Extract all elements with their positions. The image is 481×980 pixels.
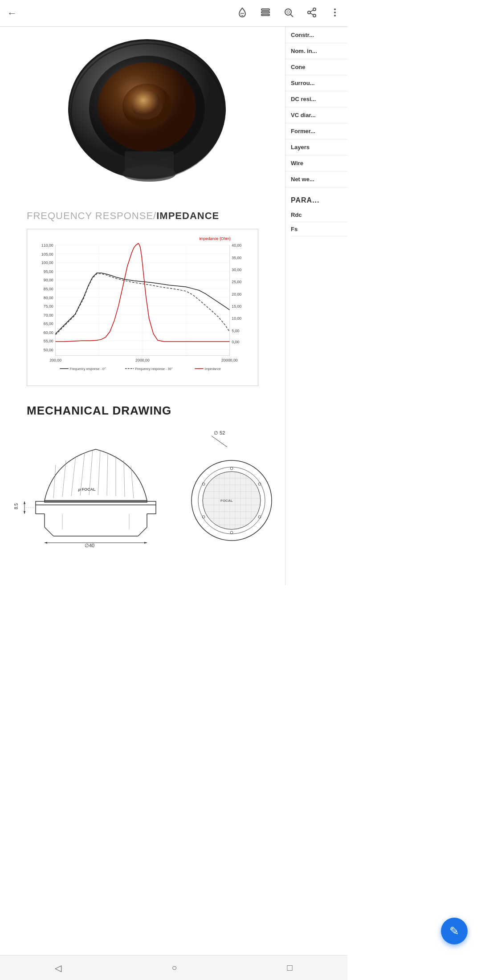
layers-icon[interactable]: [260, 7, 271, 20]
svg-text:Impedance: Impedance: [205, 367, 221, 371]
svg-point-131: [230, 467, 233, 470]
svg-text:70,00: 70,00: [44, 313, 53, 317]
svg-line-110: [212, 436, 227, 447]
right-sidebar: Constr... Nom. in... Cone Surrou... DC r…: [285, 27, 347, 585]
svg-rect-25: [125, 151, 174, 176]
svg-point-16: [334, 15, 336, 16]
speaker-image-section: [0, 27, 285, 196]
svg-rect-5: [261, 14, 269, 16]
svg-point-6: [285, 9, 291, 15]
svg-line-83: [107, 452, 108, 496]
freq-response-section: FREQUENCY RESPONSE/ IMPEDANCE: [0, 196, 285, 229]
svg-text:85,00: 85,00: [44, 287, 53, 291]
speaker-image: [49, 27, 236, 187]
para-rdc: Rdc: [291, 208, 347, 222]
svg-text:75,00: 75,00: [44, 304, 53, 309]
svg-text:35,00: 35,00: [232, 256, 241, 260]
svg-rect-3: [261, 9, 269, 10]
sidebar-row-layers: Layers: [285, 139, 347, 155]
sidebar-row-surround: Surrou...: [285, 75, 347, 91]
svg-text:100,00: 100,00: [41, 260, 53, 265]
svg-point-22: [131, 91, 163, 119]
svg-text:10,00: 10,00: [232, 316, 241, 321]
svg-text:2000,00: 2000,00: [135, 358, 150, 362]
svg-point-8: [287, 11, 289, 13]
svg-text:90,00: 90,00: [44, 278, 53, 282]
svg-text:15,00: 15,00: [232, 304, 241, 309]
sidebar-row-vc: VC diar...: [285, 107, 347, 123]
svg-text:20000,00: 20000,00: [221, 358, 238, 362]
svg-text:℘ FOCAL: ℘ FOCAL: [78, 487, 96, 492]
sidebar-row-former: Former...: [285, 123, 347, 139]
search-icon[interactable]: [283, 7, 294, 20]
svg-marker-101: [24, 501, 25, 504]
svg-text:50,00: 50,00: [44, 348, 53, 352]
mech-left-svg: ℘ FOCAL: [9, 425, 178, 549]
svg-text:105,00: 105,00: [41, 252, 53, 256]
svg-text:25,00: 25,00: [232, 280, 241, 284]
svg-line-7: [291, 14, 293, 17]
svg-text:65,00: 65,00: [44, 321, 53, 326]
svg-text:200,00: 200,00: [49, 358, 61, 362]
svg-point-14: [334, 8, 336, 10]
svg-text:FOCAL: FOCAL: [220, 499, 233, 503]
back-button[interactable]: ←: [7, 8, 17, 19]
freq-title-light: FREQUENCY RESPONSE/: [27, 210, 156, 222]
svg-point-11: [313, 14, 316, 17]
sidebar-row-dc: DC resi...: [285, 91, 347, 107]
sidebar-row-cone: Cone: [285, 59, 347, 75]
svg-marker-106: [45, 542, 47, 544]
freq-title-bold: IMPEDANCE: [156, 210, 219, 222]
svg-line-13: [310, 10, 314, 12]
svg-text:∅ 52: ∅ 52: [214, 430, 225, 435]
share-icon[interactable]: [306, 7, 317, 20]
svg-text:40,00: 40,00: [232, 243, 241, 248]
mech-right-svg: ∅ 52: [187, 425, 276, 549]
svg-line-77: [53, 465, 56, 498]
chart-svg: Impedance (Ohm): [29, 234, 256, 382]
svg-text:Frequency response - 0°: Frequency response - 0°: [70, 367, 106, 371]
svg-rect-88: [36, 501, 156, 505]
svg-point-9: [313, 8, 316, 11]
svg-text:30,00: 30,00: [232, 268, 241, 272]
svg-text:110,00: 110,00: [41, 243, 53, 248]
mech-left-drawing: ℘ FOCAL: [9, 425, 178, 567]
mech-right-drawing: ∅ 52: [187, 425, 276, 567]
svg-text:0,00: 0,00: [232, 340, 239, 344]
svg-text:95,00: 95,00: [44, 269, 53, 274]
sidebar-row-nomin: Nom. in...: [285, 43, 347, 59]
svg-text:55,00: 55,00: [44, 339, 53, 343]
svg-text:80,00: 80,00: [44, 296, 53, 300]
top-bar: ←: [0, 0, 347, 27]
svg-text:60,00: 60,00: [44, 330, 53, 335]
svg-line-78: [62, 460, 66, 497]
svg-text:8.5: 8.5: [14, 503, 19, 509]
content-wrapper: FREQUENCY RESPONSE/ IMPEDANCE Impedance …: [0, 27, 347, 585]
svg-text:5,00: 5,00: [232, 329, 239, 333]
sidebar-row-netwe: Net we...: [285, 171, 347, 187]
svg-text:Frequency response - 30°: Frequency response - 30°: [135, 367, 172, 371]
svg-point-134: [230, 531, 233, 534]
sidebar-row-wire: Wire: [285, 155, 347, 171]
svg-text:20,00: 20,00: [232, 292, 241, 297]
svg-point-15: [334, 12, 336, 13]
svg-line-79: [71, 456, 76, 496]
svg-rect-4: [261, 12, 269, 13]
svg-line-12: [310, 13, 314, 15]
main-column: FREQUENCY RESPONSE/ IMPEDANCE Impedance …: [0, 27, 285, 585]
mech-drawing-area: ℘ FOCAL: [0, 425, 285, 567]
svg-point-10: [308, 11, 310, 14]
mech-drawing-title: MECHANICAL DRAWING: [0, 386, 285, 425]
sidebar-row-constr: Constr...: [285, 27, 347, 43]
svg-marker-102: [24, 511, 25, 514]
para-section: PARA... Rdc Fs: [285, 187, 347, 241]
droplet-icon[interactable]: [237, 7, 248, 20]
speaker-svg: [49, 27, 236, 187]
svg-text:∅40: ∅40: [85, 543, 94, 548]
impedance-label: Impedance (Ohm): [199, 236, 231, 241]
freq-chart: Impedance (Ohm): [27, 229, 258, 386]
svg-line-82: [98, 451, 100, 495]
svg-line-96: [138, 527, 147, 536]
more-icon[interactable]: [330, 7, 340, 20]
para-fs: Fs: [291, 222, 347, 236]
